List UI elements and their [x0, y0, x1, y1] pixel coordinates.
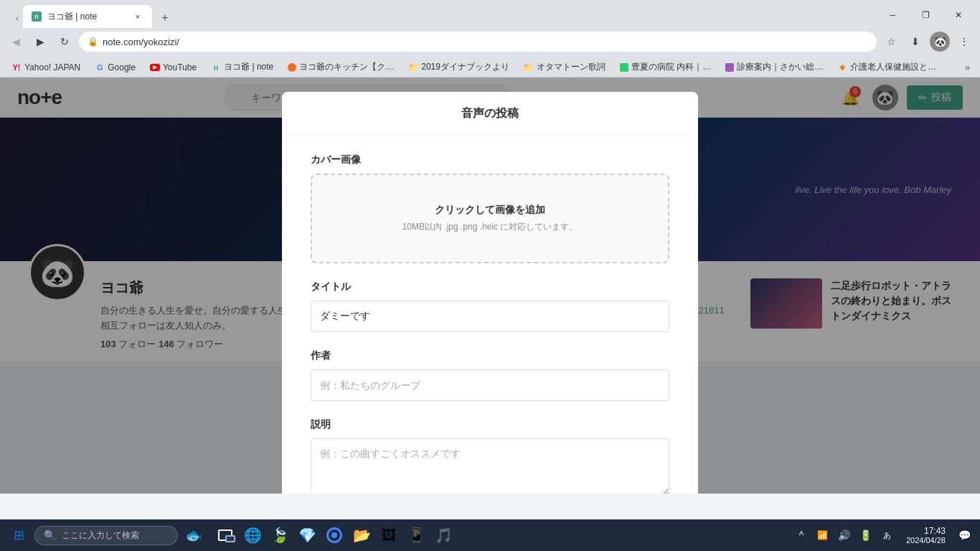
taskbar-search-text: ここに入力して検索 — [62, 529, 139, 542]
minimize-btn[interactable]: ─ — [877, 5, 908, 25]
bookmark-google-label: Google — [108, 62, 136, 72]
system-clock[interactable]: 17:43 2024/04/28 — [900, 526, 951, 545]
bookmarks-more-btn[interactable]: » — [961, 61, 974, 74]
author-label: 作者 — [311, 349, 669, 362]
cookpad-icon — [288, 63, 296, 72]
taskbar-app-leaves[interactable]: 🍃 — [267, 522, 293, 548]
address-bar: ◀ ▶ ↻ 🔒 note.com/yokozizi/ ☆ ⬇ 🐼 ⋮ — [0, 26, 980, 57]
diamond-app-icon: 💎 — [298, 527, 316, 544]
taskbar-explorer[interactable]: 🌐 — [240, 522, 265, 548]
image-upload-area[interactable]: クリックして画像を追加 10MB以内 .jpg .png .heic に対応して… — [311, 174, 669, 263]
bookmark-kaigo[interactable]: ◆ 介護老人保健施設と… — [831, 60, 942, 75]
window-controls: ─ ❐ ✕ — [877, 5, 974, 25]
description-section: 説明 — [311, 418, 669, 494]
taskbar-chrome[interactable] — [321, 522, 347, 548]
cover-image-section: カバー画像 クリックして画像を追加 10MB以内 .jpg .png .heic… — [311, 154, 669, 263]
taskbar-apps: 🌐 🍃 💎 📂 🖼 📱 🎵 — [212, 522, 456, 548]
battery-icon[interactable]: 🔋 — [856, 522, 876, 548]
network-icon[interactable]: 📶 — [813, 522, 833, 548]
ime-icon[interactable]: あ — [877, 522, 897, 548]
page-content: no+e 🔍 🔔 6 🐼 ✏ 投稿 live. Live the life yo… — [0, 77, 980, 494]
folder2-icon: 📁 — [524, 62, 534, 72]
description-label: 説明 — [311, 418, 669, 431]
windows-icon: ⊞ — [14, 527, 24, 543]
url-text: note.com/yokozizi/ — [103, 37, 179, 47]
download-btn[interactable]: ⬇ — [905, 32, 925, 52]
description-input[interactable] — [311, 438, 669, 494]
author-input[interactable] — [311, 369, 669, 401]
url-bar[interactable]: 🔒 note.com/yokozizi/ — [79, 32, 877, 52]
title-bar: ‹ n ヨコ爺 | note × + ─ ❐ ✕ — [0, 0, 980, 26]
bookmark-hospital[interactable]: 豊夏の病院 内科｜… — [614, 60, 717, 75]
profile-btn[interactable]: 🐼 — [930, 32, 950, 52]
bookmarks-bar: Y! Yahoo! JAPAN G Google ▶ YouTube n ヨコ爺… — [0, 57, 980, 77]
modal-body: カバー画像 クリックして画像を追加 10MB以内 .jpg .png .heic… — [282, 136, 698, 494]
bookmark-otamaton-label: オタマトーン歌詞 — [537, 61, 606, 73]
menu-btn[interactable]: ⋮ — [954, 32, 974, 52]
volume-icon[interactable]: 🔊 — [834, 522, 854, 548]
tab-scroll[interactable]: ‹ — [11, 8, 23, 28]
taskbar-itunes[interactable]: 🎵 — [430, 522, 456, 548]
bookmark-note[interactable]: n ヨコ爺 | note — [205, 60, 279, 75]
bookmark-youtube-label: YouTube — [163, 62, 197, 72]
diamond-icon: ◆ — [837, 62, 847, 72]
taskbar-system: ^ 📶 🔊 🔋 あ 17:43 2024/04/28 💬 — [791, 522, 974, 548]
note-bm-icon: n — [211, 62, 221, 72]
tab-title: ヨコ爺 | note — [47, 11, 126, 23]
music-icon: 🎵 — [435, 527, 453, 544]
start-btn[interactable]: ⊞ — [6, 522, 32, 548]
mobile-icon: 📱 — [407, 527, 425, 544]
yahoo-icon: Y! — [11, 62, 22, 72]
taskbar-search[interactable]: 🔍 ここに入力して検索 — [34, 526, 178, 545]
modal-title: 音声の投稿 — [282, 92, 698, 136]
taskbar-mobile[interactable]: 📱 — [403, 522, 429, 548]
new-tab-btn[interactable]: + — [155, 8, 175, 28]
taskbar-photos[interactable]: 🖼 — [376, 522, 402, 548]
action-center-btn[interactable]: 💬 — [954, 522, 974, 548]
clinic-icon — [725, 63, 734, 72]
bookmark-dynabuk-label: 2019ダイナブックより — [421, 61, 509, 73]
forward-btn[interactable]: ▶ — [30, 32, 50, 52]
cortana-fish[interactable]: 🐟 — [181, 522, 207, 548]
taskbar-search-icon: 🔍 — [44, 529, 56, 541]
tab-close-btn[interactable]: × — [132, 11, 143, 22]
refresh-btn[interactable]: ↻ — [55, 32, 75, 52]
bookmark-kaigo-label: 介護老人保健施設と… — [850, 61, 936, 73]
cover-image-label: カバー画像 — [311, 154, 669, 166]
maximize-btn[interactable]: ❐ — [910, 5, 941, 25]
author-section: 作者 — [311, 349, 669, 401]
browser-chrome: ‹ n ヨコ爺 | note × + ─ ❐ ✕ ◀ ▶ ↻ 🔒 note.co… — [0, 0, 980, 77]
lock-icon: 🔒 — [88, 37, 98, 47]
bookmark-cookpad[interactable]: ヨコ爺のキッチン【ク… — [282, 60, 400, 75]
taskbar-files[interactable]: 📂 — [349, 522, 374, 548]
taskbar: ⊞ 🔍 ここに入力して検索 🐟 🌐 🍃 💎 📂 🖼 — [0, 519, 980, 551]
bookmark-clinic[interactable]: 診療案内｜さかい総… — [720, 60, 829, 75]
youtube-icon: ▶ — [150, 64, 160, 71]
bookmark-otamaton[interactable]: 📁 オタマトーン歌詞 — [518, 60, 611, 75]
bookmark-hospital-label: 豊夏の病院 内科｜… — [631, 61, 711, 73]
folder-icon: 📁 — [408, 62, 418, 72]
files-icon: 📂 — [353, 527, 371, 544]
show-hidden-btn[interactable]: ^ — [791, 522, 811, 548]
hospital-icon — [620, 63, 628, 72]
active-tab[interactable]: n ヨコ爺 | note × — [23, 5, 152, 28]
upload-subtitle: 10MB以内 .jpg .png .heic に対応しています。 — [326, 221, 654, 233]
close-btn[interactable]: ✕ — [943, 5, 974, 25]
bookmark-google[interactable]: G Google — [89, 61, 141, 74]
bookmark-youtube[interactable]: ▶ YouTube — [144, 61, 202, 74]
clock-date: 2024/04/28 — [906, 536, 946, 545]
leaves-icon: 🍃 — [271, 527, 289, 544]
bookmark-cookpad-label: ヨコ爺のキッチン【ク… — [299, 61, 394, 73]
photos-icon: 🖼 — [382, 527, 396, 544]
modal-overlay: 音声の投稿 カバー画像 クリックして画像を追加 10MB以内 .jpg .png… — [0, 77, 980, 494]
star-btn[interactable]: ☆ — [881, 32, 901, 52]
taskbar-taskview[interactable] — [212, 522, 238, 548]
tab-favicon: n — [32, 11, 42, 22]
bookmark-yahoo[interactable]: Y! Yahoo! JAPAN — [6, 61, 86, 74]
bookmark-note-label: ヨコ爺 | note — [224, 61, 273, 73]
title-input[interactable] — [311, 301, 669, 332]
taskbar-app-diamond[interactable]: 💎 — [294, 522, 320, 548]
title-label: タイトル — [311, 281, 669, 293]
back-btn[interactable]: ◀ — [6, 32, 26, 52]
bookmark-dynabuk[interactable]: 📁 2019ダイナブックより — [402, 60, 515, 75]
